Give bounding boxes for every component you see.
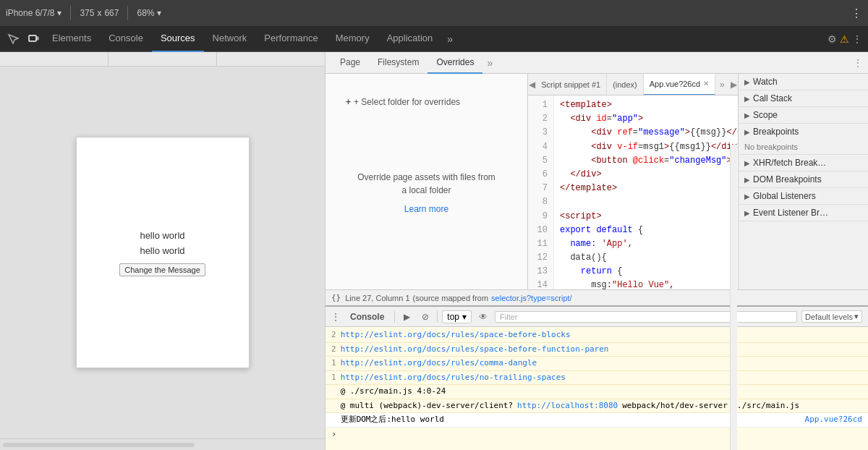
- chevron-down-icon: ▾: [57, 8, 61, 18]
- inspect-element-button[interactable]: [3, 29, 23, 49]
- code-text[interactable]: <template> <div id="app"> <div ref="mess…: [554, 95, 738, 289]
- editor-tab-bar: ◀ Script snippet #1 (index) App.vue?26cd…: [528, 74, 738, 95]
- breakpoints-section-header[interactable]: ▶ Breakpoints: [739, 124, 868, 140]
- watch-label: Watch: [753, 77, 778, 87]
- tab-memory-label: Memory: [336, 33, 370, 43]
- editor-tab-snippet1-label: Script snippet #1: [541, 80, 600, 89]
- tab-console[interactable]: Console: [100, 26, 152, 52]
- editor-nav-right[interactable]: ▶: [731, 76, 738, 93]
- sources-panel: Page Filesystem Overrides » ⋮ + + Select…: [326, 52, 868, 450]
- phone-change-message-button[interactable]: Change the Message: [119, 263, 205, 276]
- dom-label: DOM Breakpoints: [753, 174, 822, 184]
- console-area: ⋮ Console ▶ ⊘ top ▾ 👁 Filter Default lev…: [326, 305, 868, 450]
- code-scrollbar[interactable]: [730, 145, 737, 289]
- console-filter-placeholder: Filter: [500, 313, 517, 321]
- tab-network-label: Network: [213, 33, 247, 43]
- toolbar-more-button[interactable]: ⋮: [851, 7, 862, 20]
- src-tab-menu-button[interactable]: ⋮: [848, 58, 868, 68]
- vertical-dots-icon[interactable]: ⋮: [852, 33, 862, 45]
- console-line-2: 2 http://eslint.org/docs/rules/space-bef…: [326, 343, 868, 357]
- console-level-selector[interactable]: Default levels ▾: [801, 310, 862, 323]
- console-link-2[interactable]: http://eslint.org/docs/rules/space-befor…: [341, 344, 609, 356]
- console-source-7[interactable]: App.vue?26cd: [805, 414, 862, 426]
- console-filter-input[interactable]: Filter: [495, 311, 797, 323]
- curly-braces-icon: {}: [331, 293, 341, 302]
- console-line-3: 1 http://eslint.org/docs/rules/comma-dan…: [326, 357, 868, 371]
- scope-section-header[interactable]: ▶ Scope: [739, 107, 868, 123]
- editor-tab-close-icon[interactable]: ✕: [703, 80, 709, 88]
- console-count-5: 0: [331, 386, 336, 398]
- tab-performance-label: Performance: [264, 33, 318, 43]
- tab-application[interactable]: Application: [378, 26, 442, 52]
- device-toggle-button[interactable]: [23, 29, 43, 49]
- zoom-display[interactable]: 68% ▾: [137, 8, 161, 18]
- scope-arrow-icon: ▶: [744, 111, 750, 119]
- device-screen: hello world hello world Change the Messa…: [0, 67, 325, 438]
- console-text-6a: @ multi (webpack)-dev-server/client?: [341, 400, 513, 412]
- tab-memory[interactable]: Memory: [327, 26, 378, 52]
- breakpoints-content: No breakpoints: [739, 140, 868, 154]
- tab-console-label: Console: [109, 33, 143, 43]
- console-prompt-area[interactable]: ›: [326, 428, 868, 441]
- select-folder-button[interactable]: + + Select folder for overrides: [340, 94, 466, 110]
- watch-section: ▶ Watch: [739, 74, 868, 90]
- global-section: ▶ Global Listeners: [739, 188, 868, 205]
- callstack-arrow-icon: ▶: [744, 95, 750, 103]
- console-run-button[interactable]: ▶: [399, 310, 414, 324]
- console-count-1: 2: [331, 329, 336, 341]
- global-section-header[interactable]: ▶ Global Listeners: [739, 188, 868, 204]
- tab-more-button[interactable]: »: [441, 33, 459, 45]
- global-label: Global Listeners: [753, 191, 816, 201]
- tab-performance[interactable]: Performance: [255, 26, 326, 52]
- console-context-selector[interactable]: top ▾: [442, 310, 472, 323]
- tab-network[interactable]: Network: [204, 26, 256, 52]
- src-tab-overrides[interactable]: Overrides: [427, 52, 482, 74]
- editor-tab-more[interactable]: »: [715, 80, 729, 90]
- event-section-header[interactable]: ▶ Event Listener Br…: [739, 205, 868, 221]
- scope-label: Scope: [753, 110, 778, 120]
- console-count-4: 1: [331, 372, 336, 384]
- xhr-section-header[interactable]: ▶ XHR/fetch Break…: [739, 155, 868, 171]
- console-link-4[interactable]: http://eslint.org/docs/rules/no-trailing…: [341, 372, 566, 384]
- device-selector[interactable]: iPhone 6/7/8 ▾: [6, 8, 61, 18]
- console-more-icon[interactable]: ⋮: [331, 312, 340, 322]
- sources-subtab-bar: Page Filesystem Overrides » ⋮: [326, 52, 868, 74]
- editor-tab-index[interactable]: (index): [607, 74, 644, 95]
- src-tab-filesystem[interactable]: Filesystem: [369, 52, 427, 74]
- device-label: iPhone 6/7/8: [6, 8, 54, 18]
- settings-icon[interactable]: ⚙: [827, 33, 837, 45]
- tab-elements[interactable]: Elements: [43, 26, 100, 52]
- phone-text2: hello world: [119, 244, 205, 259]
- dom-section-header[interactable]: ▶ DOM Breakpoints: [739, 171, 868, 187]
- src-tab-filesystem-label: Filesystem: [378, 57, 419, 67]
- console-link-3[interactable]: http://eslint.org/docs/rules/comma-dangl…: [341, 357, 537, 370]
- tab-sources[interactable]: Sources: [152, 26, 204, 52]
- console-count-2: 2: [331, 344, 336, 356]
- console-count-6: 0: [331, 400, 336, 412]
- console-block-button[interactable]: ⊘: [418, 310, 433, 324]
- console-link-1[interactable]: http://eslint.org/docs/rules/space-befor…: [341, 329, 571, 341]
- phone-content: hello world hello world Change the Messa…: [119, 229, 205, 276]
- console-eye-button[interactable]: 👁: [476, 310, 490, 324]
- callstack-section-header[interactable]: ▶ Call Stack: [739, 90, 868, 106]
- src-tab-page-label: Page: [340, 57, 360, 67]
- tab-application-label: Application: [387, 33, 433, 43]
- watch-arrow-icon: ▶: [744, 78, 750, 86]
- event-label: Event Listener Br…: [753, 208, 828, 218]
- main-area: hello world hello world Change the Messa…: [0, 52, 868, 450]
- add-folder-row: + + Select folder for overrides: [340, 88, 466, 110]
- learn-more-link[interactable]: Learn more: [404, 204, 448, 214]
- dom-section: ▶ DOM Breakpoints: [739, 171, 868, 188]
- console-title: Console: [344, 312, 390, 322]
- src-tab-page[interactable]: Page: [331, 52, 369, 74]
- src-tab-more[interactable]: »: [482, 57, 497, 69]
- console-toolbar: ⋮ Console ▶ ⊘ top ▾ 👁 Filter Default lev…: [326, 307, 868, 327]
- status-source-file[interactable]: selector.js?type=script/: [491, 294, 572, 302]
- editor-tab-snippet1[interactable]: Script snippet #1: [535, 74, 607, 95]
- xhr-arrow-icon: ▶: [744, 159, 750, 167]
- console-link-6[interactable]: http://localhost:8080: [517, 400, 618, 412]
- watch-section-header[interactable]: ▶ Watch: [739, 74, 868, 90]
- editor-tab-appvue[interactable]: App.vue?26cd ✕: [644, 74, 715, 95]
- phone-text1: hello world: [119, 229, 205, 244]
- editor-nav-left[interactable]: ◀: [528, 76, 535, 93]
